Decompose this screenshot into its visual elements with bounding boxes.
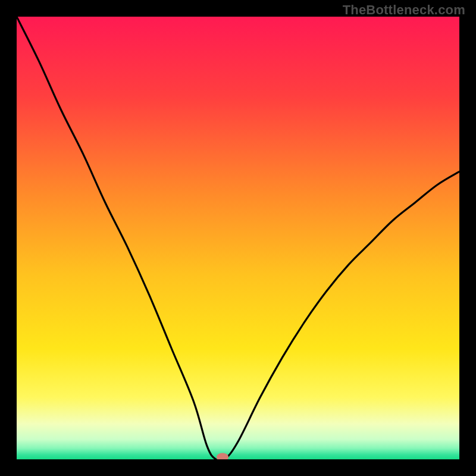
chart-frame: TheBottleneck.com xyxy=(0,0,476,476)
gradient-background xyxy=(17,17,459,459)
plot-area xyxy=(17,17,459,459)
watermark-text: TheBottleneck.com xyxy=(343,2,465,18)
chart-svg xyxy=(17,17,459,459)
